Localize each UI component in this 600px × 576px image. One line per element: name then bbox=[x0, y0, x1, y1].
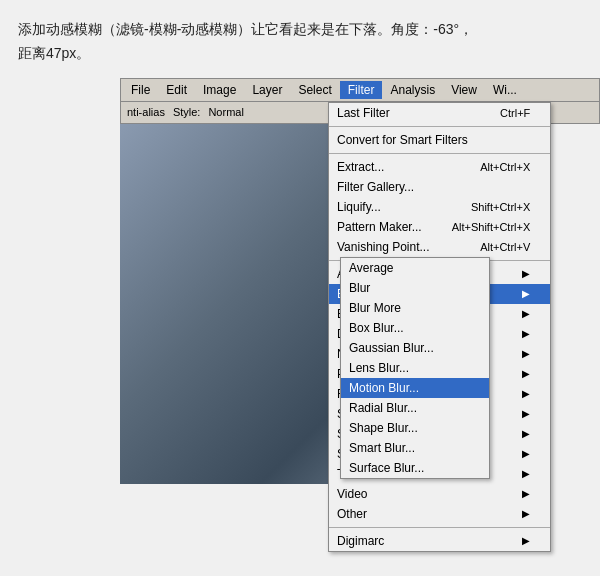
blur-blur[interactable]: Blur bbox=[341, 278, 489, 298]
app-area: File Edit Image Layer Select Filter Anal… bbox=[120, 78, 600, 484]
menu-item-vanishing-point[interactable]: Vanishing Point... Alt+Ctrl+V bbox=[329, 237, 550, 257]
blur-radial-blur[interactable]: Radial Blur... bbox=[341, 398, 489, 418]
blur-surface-blur[interactable]: Surface Blur... bbox=[341, 458, 489, 478]
arrow-icon-digimarc: ▶ bbox=[522, 535, 530, 546]
arrow-icon-render: ▶ bbox=[522, 388, 530, 399]
ui-wrapper: File Edit Image Layer Select Filter Anal… bbox=[120, 78, 600, 484]
menu-item-filter-gallery[interactable]: Filter Gallery... bbox=[329, 177, 550, 197]
instruction-line2: 距离47px。 bbox=[18, 45, 90, 61]
menu-image[interactable]: Image bbox=[195, 81, 244, 99]
menu-item-pattern-maker[interactable]: Pattern Maker... Alt+Shift+Ctrl+X bbox=[329, 217, 550, 237]
menu-item-digimarc[interactable]: Digimarc ▶ bbox=[329, 531, 550, 551]
blur-lens-blur[interactable]: Lens Blur... bbox=[341, 358, 489, 378]
arrow-icon-blur: ▶ bbox=[522, 288, 530, 299]
blur-smart-blur[interactable]: Smart Blur... bbox=[341, 438, 489, 458]
anti-alias-label: nti-alias bbox=[127, 106, 165, 118]
menu-select[interactable]: Select bbox=[290, 81, 339, 99]
arrow-icon-sketch: ▶ bbox=[522, 428, 530, 439]
blur-submenu: Average Blur Blur More Box Blur... Gauss… bbox=[340, 257, 490, 479]
instruction-text: 添加动感模糊（滤镜-模糊-动感模糊）让它看起来是在下落。角度：-63°， 距离4… bbox=[0, 0, 600, 78]
arrow-icon-other: ▶ bbox=[522, 508, 530, 519]
instruction-line1: 添加动感模糊（滤镜-模糊-动感模糊）让它看起来是在下落。角度：-63°， bbox=[18, 21, 473, 37]
separator-4 bbox=[329, 527, 550, 528]
blur-average[interactable]: Average bbox=[341, 258, 489, 278]
arrow-icon-pixelate: ▶ bbox=[522, 368, 530, 379]
menu-view[interactable]: View bbox=[443, 81, 485, 99]
menu-item-last-filter[interactable]: Last Filter Ctrl+F bbox=[329, 103, 550, 123]
arrow-icon-noise: ▶ bbox=[522, 348, 530, 359]
style-value: Normal bbox=[208, 106, 243, 118]
blur-box-blur[interactable]: Box Blur... bbox=[341, 318, 489, 338]
blur-shape-blur[interactable]: Shape Blur... bbox=[341, 418, 489, 438]
last-filter-shortcut: Ctrl+F bbox=[500, 107, 530, 119]
menu-item-extract[interactable]: Extract... Alt+Ctrl+X bbox=[329, 157, 550, 177]
blur-gaussian-blur[interactable]: Gaussian Blur... bbox=[341, 338, 489, 358]
menu-edit[interactable]: Edit bbox=[158, 81, 195, 99]
menu-item-other[interactable]: Other ▶ bbox=[329, 504, 550, 524]
menu-filter[interactable]: Filter bbox=[340, 81, 383, 99]
arrow-icon-texture: ▶ bbox=[522, 468, 530, 479]
arrow-icon-stylize: ▶ bbox=[522, 448, 530, 459]
menu-analysis[interactable]: Analysis bbox=[382, 81, 443, 99]
arrow-icon-distort: ▶ bbox=[522, 328, 530, 339]
menu-item-liquify[interactable]: Liquify... Shift+Ctrl+X bbox=[329, 197, 550, 217]
menu-bar: File Edit Image Layer Select Filter Anal… bbox=[120, 78, 600, 102]
separator-2 bbox=[329, 153, 550, 154]
arrow-icon-brush: ▶ bbox=[522, 308, 530, 319]
separator-1 bbox=[329, 126, 550, 127]
arrow-icon-artistic: ▶ bbox=[522, 268, 530, 279]
menu-item-video[interactable]: Video ▶ bbox=[329, 484, 550, 504]
style-label: Style: bbox=[173, 106, 201, 118]
menu-file[interactable]: File bbox=[123, 81, 158, 99]
blur-motion-blur[interactable]: Motion Blur... bbox=[341, 378, 489, 398]
arrow-icon-video: ▶ bbox=[522, 488, 530, 499]
arrow-icon-sharpen: ▶ bbox=[522, 408, 530, 419]
menu-layer[interactable]: Layer bbox=[244, 81, 290, 99]
menu-item-convert-smart[interactable]: Convert for Smart Filters bbox=[329, 130, 550, 150]
menu-wi[interactable]: Wi... bbox=[485, 81, 525, 99]
last-filter-label: Last Filter bbox=[337, 106, 390, 120]
blur-blur-more[interactable]: Blur More bbox=[341, 298, 489, 318]
